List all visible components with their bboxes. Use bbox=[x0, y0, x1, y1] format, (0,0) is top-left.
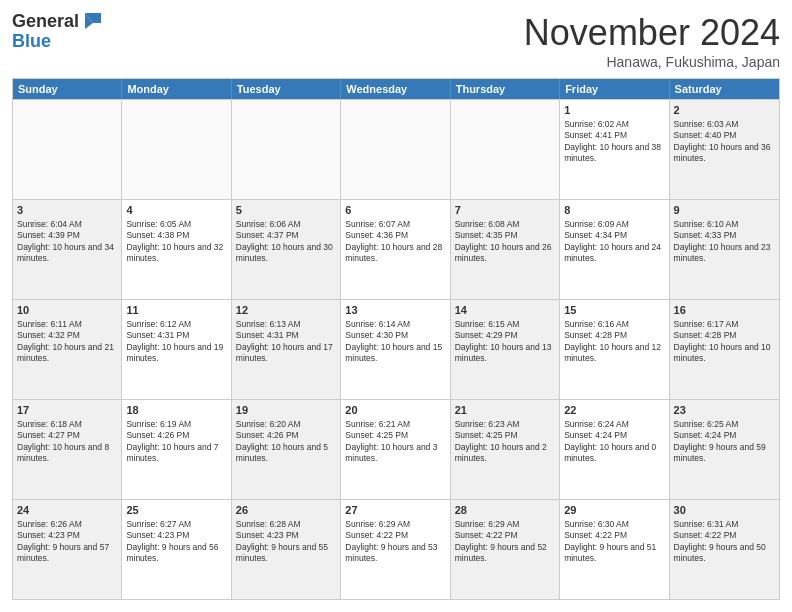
cal-cell-3-3: 12Sunrise: 6:13 AM Sunset: 4:31 PM Dayli… bbox=[232, 300, 341, 399]
day-info: Sunrise: 6:05 AM Sunset: 4:38 PM Dayligh… bbox=[126, 219, 223, 263]
day-info: Sunrise: 6:07 AM Sunset: 4:36 PM Dayligh… bbox=[345, 219, 442, 263]
cal-cell-1-2 bbox=[122, 100, 231, 199]
month-title: November 2024 bbox=[524, 12, 780, 54]
day-number: 23 bbox=[674, 403, 775, 418]
cal-cell-5-1: 24Sunrise: 6:26 AM Sunset: 4:23 PM Dayli… bbox=[13, 500, 122, 599]
day-number: 25 bbox=[126, 503, 226, 518]
cal-cell-4-5: 21Sunrise: 6:23 AM Sunset: 4:25 PM Dayli… bbox=[451, 400, 560, 499]
cal-cell-4-6: 22Sunrise: 6:24 AM Sunset: 4:24 PM Dayli… bbox=[560, 400, 669, 499]
day-info: Sunrise: 6:02 AM Sunset: 4:41 PM Dayligh… bbox=[564, 119, 661, 163]
day-info: Sunrise: 6:14 AM Sunset: 4:30 PM Dayligh… bbox=[345, 319, 442, 363]
day-info: Sunrise: 6:10 AM Sunset: 4:33 PM Dayligh… bbox=[674, 219, 771, 263]
logo: General Blue bbox=[12, 12, 103, 52]
cal-cell-4-4: 20Sunrise: 6:21 AM Sunset: 4:25 PM Dayli… bbox=[341, 400, 450, 499]
day-number: 21 bbox=[455, 403, 555, 418]
day-number: 24 bbox=[17, 503, 117, 518]
day-number: 30 bbox=[674, 503, 775, 518]
logo-blue: Blue bbox=[12, 32, 103, 52]
cal-cell-5-5: 28Sunrise: 6:29 AM Sunset: 4:22 PM Dayli… bbox=[451, 500, 560, 599]
header-friday: Friday bbox=[560, 79, 669, 99]
day-number: 1 bbox=[564, 103, 664, 118]
cal-cell-1-3 bbox=[232, 100, 341, 199]
day-number: 15 bbox=[564, 303, 664, 318]
day-info: Sunrise: 6:17 AM Sunset: 4:28 PM Dayligh… bbox=[674, 319, 771, 363]
day-number: 3 bbox=[17, 203, 117, 218]
cal-cell-4-2: 18Sunrise: 6:19 AM Sunset: 4:26 PM Dayli… bbox=[122, 400, 231, 499]
cal-cell-3-5: 14Sunrise: 6:15 AM Sunset: 4:29 PM Dayli… bbox=[451, 300, 560, 399]
header-wednesday: Wednesday bbox=[341, 79, 450, 99]
day-info: Sunrise: 6:26 AM Sunset: 4:23 PM Dayligh… bbox=[17, 519, 109, 563]
day-number: 20 bbox=[345, 403, 445, 418]
cal-week-5: 24Sunrise: 6:26 AM Sunset: 4:23 PM Dayli… bbox=[13, 499, 779, 599]
header-tuesday: Tuesday bbox=[232, 79, 341, 99]
day-info: Sunrise: 6:29 AM Sunset: 4:22 PM Dayligh… bbox=[345, 519, 437, 563]
page: General Blue November 2024 Hanawa, Fukus… bbox=[0, 0, 792, 612]
day-info: Sunrise: 6:16 AM Sunset: 4:28 PM Dayligh… bbox=[564, 319, 661, 363]
day-number: 26 bbox=[236, 503, 336, 518]
day-info: Sunrise: 6:28 AM Sunset: 4:23 PM Dayligh… bbox=[236, 519, 328, 563]
day-info: Sunrise: 6:08 AM Sunset: 4:35 PM Dayligh… bbox=[455, 219, 552, 263]
logo-general: General bbox=[12, 12, 79, 32]
day-number: 27 bbox=[345, 503, 445, 518]
day-number: 4 bbox=[126, 203, 226, 218]
cal-cell-2-7: 9Sunrise: 6:10 AM Sunset: 4:33 PM Daylig… bbox=[670, 200, 779, 299]
day-number: 13 bbox=[345, 303, 445, 318]
day-number: 28 bbox=[455, 503, 555, 518]
day-number: 8 bbox=[564, 203, 664, 218]
day-info: Sunrise: 6:24 AM Sunset: 4:24 PM Dayligh… bbox=[564, 419, 656, 463]
cal-cell-4-7: 23Sunrise: 6:25 AM Sunset: 4:24 PM Dayli… bbox=[670, 400, 779, 499]
cal-cell-5-2: 25Sunrise: 6:27 AM Sunset: 4:23 PM Dayli… bbox=[122, 500, 231, 599]
day-info: Sunrise: 6:29 AM Sunset: 4:22 PM Dayligh… bbox=[455, 519, 547, 563]
day-info: Sunrise: 6:13 AM Sunset: 4:31 PM Dayligh… bbox=[236, 319, 333, 363]
day-info: Sunrise: 6:21 AM Sunset: 4:25 PM Dayligh… bbox=[345, 419, 437, 463]
day-info: Sunrise: 6:11 AM Sunset: 4:32 PM Dayligh… bbox=[17, 319, 114, 363]
day-number: 29 bbox=[564, 503, 664, 518]
day-info: Sunrise: 6:31 AM Sunset: 4:22 PM Dayligh… bbox=[674, 519, 766, 563]
header-sunday: Sunday bbox=[13, 79, 122, 99]
cal-cell-1-4 bbox=[341, 100, 450, 199]
calendar: Sunday Monday Tuesday Wednesday Thursday… bbox=[12, 78, 780, 600]
cal-cell-1-7: 2Sunrise: 6:03 AM Sunset: 4:40 PM Daylig… bbox=[670, 100, 779, 199]
cal-cell-1-6: 1Sunrise: 6:02 AM Sunset: 4:41 PM Daylig… bbox=[560, 100, 669, 199]
day-info: Sunrise: 6:25 AM Sunset: 4:24 PM Dayligh… bbox=[674, 419, 766, 463]
cal-cell-2-3: 5Sunrise: 6:06 AM Sunset: 4:37 PM Daylig… bbox=[232, 200, 341, 299]
cal-cell-5-4: 27Sunrise: 6:29 AM Sunset: 4:22 PM Dayli… bbox=[341, 500, 450, 599]
day-number: 6 bbox=[345, 203, 445, 218]
cal-cell-1-1 bbox=[13, 100, 122, 199]
day-number: 12 bbox=[236, 303, 336, 318]
logo-icon bbox=[81, 9, 103, 31]
cal-cell-5-7: 30Sunrise: 6:31 AM Sunset: 4:22 PM Dayli… bbox=[670, 500, 779, 599]
day-number: 16 bbox=[674, 303, 775, 318]
day-info: Sunrise: 6:27 AM Sunset: 4:23 PM Dayligh… bbox=[126, 519, 218, 563]
day-number: 17 bbox=[17, 403, 117, 418]
cal-week-2: 3Sunrise: 6:04 AM Sunset: 4:39 PM Daylig… bbox=[13, 199, 779, 299]
day-info: Sunrise: 6:03 AM Sunset: 4:40 PM Dayligh… bbox=[674, 119, 771, 163]
cal-cell-4-1: 17Sunrise: 6:18 AM Sunset: 4:27 PM Dayli… bbox=[13, 400, 122, 499]
day-number: 7 bbox=[455, 203, 555, 218]
day-info: Sunrise: 6:04 AM Sunset: 4:39 PM Dayligh… bbox=[17, 219, 114, 263]
cal-cell-2-6: 8Sunrise: 6:09 AM Sunset: 4:34 PM Daylig… bbox=[560, 200, 669, 299]
day-info: Sunrise: 6:15 AM Sunset: 4:29 PM Dayligh… bbox=[455, 319, 552, 363]
day-number: 9 bbox=[674, 203, 775, 218]
day-info: Sunrise: 6:18 AM Sunset: 4:27 PM Dayligh… bbox=[17, 419, 109, 463]
cal-cell-3-7: 16Sunrise: 6:17 AM Sunset: 4:28 PM Dayli… bbox=[670, 300, 779, 399]
cal-cell-4-3: 19Sunrise: 6:20 AM Sunset: 4:26 PM Dayli… bbox=[232, 400, 341, 499]
day-number: 2 bbox=[674, 103, 775, 118]
cal-cell-2-2: 4Sunrise: 6:05 AM Sunset: 4:38 PM Daylig… bbox=[122, 200, 231, 299]
day-info: Sunrise: 6:30 AM Sunset: 4:22 PM Dayligh… bbox=[564, 519, 656, 563]
day-info: Sunrise: 6:20 AM Sunset: 4:26 PM Dayligh… bbox=[236, 419, 328, 463]
header-saturday: Saturday bbox=[670, 79, 779, 99]
header-monday: Monday bbox=[122, 79, 231, 99]
location: Hanawa, Fukushima, Japan bbox=[524, 54, 780, 70]
cal-cell-1-5 bbox=[451, 100, 560, 199]
title-block: November 2024 Hanawa, Fukushima, Japan bbox=[524, 12, 780, 70]
cal-cell-5-3: 26Sunrise: 6:28 AM Sunset: 4:23 PM Dayli… bbox=[232, 500, 341, 599]
cal-cell-2-4: 6Sunrise: 6:07 AM Sunset: 4:36 PM Daylig… bbox=[341, 200, 450, 299]
day-number: 19 bbox=[236, 403, 336, 418]
cal-cell-2-5: 7Sunrise: 6:08 AM Sunset: 4:35 PM Daylig… bbox=[451, 200, 560, 299]
cal-week-3: 10Sunrise: 6:11 AM Sunset: 4:32 PM Dayli… bbox=[13, 299, 779, 399]
day-number: 11 bbox=[126, 303, 226, 318]
day-info: Sunrise: 6:23 AM Sunset: 4:25 PM Dayligh… bbox=[455, 419, 547, 463]
day-number: 10 bbox=[17, 303, 117, 318]
cal-cell-3-6: 15Sunrise: 6:16 AM Sunset: 4:28 PM Dayli… bbox=[560, 300, 669, 399]
